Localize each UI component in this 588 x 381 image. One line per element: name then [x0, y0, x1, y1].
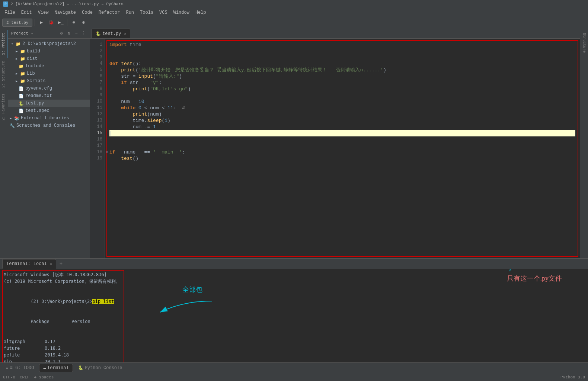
tree-pyvenv[interactable]: 📄 pyvenv.cfg — [8, 85, 90, 92]
toolbar-breadcrumb[interactable]: 2 test.py — [2, 19, 32, 27]
term-col-headers: PackageVersion — [4, 311, 123, 332]
menu-help[interactable]: Help — [192, 9, 209, 16]
toolbar-sep2 — [67, 19, 67, 26]
run-coverage-button[interactable]: ▶̲ — [57, 19, 65, 27]
menu-window[interactable]: Window — [170, 9, 192, 16]
status-python: Python 3.8 — [560, 375, 585, 380]
code-line-3 — [109, 54, 575, 61]
code-line-5: print('统计即将开始，您是否准备妥当？ 妥当请输入y,然后按下回车键,静静… — [109, 67, 575, 73]
sidebar: Project ▾ ⚙ ⇅ − ⋮ ▾ 📁 2 D:\Work\projects… — [8, 28, 90, 258]
code-content[interactable]: import time def test(): print('统计即将开始，您是… — [105, 39, 580, 258]
code-line-9 — [109, 92, 575, 99]
line-num-12: 12 — [90, 111, 102, 117]
run-button[interactable]: ▶ — [37, 19, 45, 27]
line-num-7: 7 — [90, 80, 102, 86]
bottom-tab-terminal-label: Terminal: — [6, 261, 31, 267]
sidebar-settings-icon[interactable]: ⋮ — [81, 30, 87, 36]
tree-pyvenv-label: pyvenv.cfg — [25, 86, 52, 91]
terminal-add-tab[interactable]: + — [57, 259, 65, 269]
tree-dist-label: dist — [27, 56, 38, 61]
line-num-2: 2 — [90, 48, 102, 54]
tab-close-icon[interactable]: ✕ — [124, 32, 126, 36]
tree-build[interactable]: ▶ 📁 build — [8, 48, 90, 55]
settings-button[interactable]: ⚙ — [79, 19, 87, 27]
bottom-left-tabs: ≡ ≡ 6: TODO ▬ Terminal 🐍 Python Console — [0, 362, 588, 373]
line-num-19: 19 — [90, 155, 102, 162]
line-num-16: 16 — [90, 136, 102, 143]
term-pip-command: (2) D:\Work\projects\2>pip list — [4, 291, 123, 311]
line-num-15: 15 — [90, 130, 102, 136]
python-console-tab-label: Python Console — [85, 365, 122, 371]
tree-testspec[interactable]: 📄 test.spec — [8, 107, 90, 114]
bl-tab-python-console[interactable]: 🐍 Python Console — [74, 364, 126, 372]
menu-code[interactable]: Code — [79, 9, 96, 16]
editor-tab-testpy[interactable]: 🐍 test.py ✕ — [92, 29, 130, 38]
terminal-left: Microsoft Windows [版本 10.0.18362.836] (c… — [4, 271, 123, 360]
bottom-tabs: Terminal: Local ✕ + — [0, 259, 588, 269]
left-tab-project[interactable]: 1: Project — [0, 30, 7, 58]
annotation-packages: 全部包 — [182, 286, 202, 293]
tree-scripts[interactable]: ▶ 📁 Scripts — [8, 77, 90, 85]
main-layout: 1: Project 2: Structure 2: Favorites Pro… — [0, 28, 588, 362]
term-line-header: Microsoft Windows [版本 10.0.18362.836] — [4, 271, 123, 278]
line-num-5: 5 — [90, 67, 102, 73]
line-num-3: 3 — [90, 54, 102, 61]
code-line-14: num -= 1 — [109, 124, 575, 130]
tree-ext-libs[interactable]: ▶ 📚 External Libraries — [8, 114, 90, 122]
menu-view[interactable]: View — [35, 9, 52, 16]
left-tab-favorites[interactable]: 2: Favorites — [0, 91, 7, 123]
menu-edit[interactable]: Edit — [18, 9, 35, 16]
term-separator: ----------- -------- — [4, 332, 123, 338]
line-num-6: 6 — [90, 73, 102, 80]
sidebar-minus-icon[interactable]: − — [73, 30, 79, 36]
right-tab-structure[interactable]: Structure — [581, 30, 587, 56]
tree-lib[interactable]: ▶ 📁 Lib — [8, 70, 90, 77]
todo-icon: ≡ — [6, 366, 9, 370]
line-num-11: 11 — [90, 105, 102, 111]
sidebar-gear-icon[interactable]: ⚙ — [58, 30, 64, 36]
line-num-14: 14 — [90, 124, 102, 130]
code-line-18: if __name__ == '__main__': — [109, 149, 575, 155]
right-panel: Structure — [580, 28, 588, 258]
tree-include-label: Include — [25, 64, 44, 69]
terminal-content: Microsoft Windows [版本 10.0.18362.836] (c… — [0, 269, 588, 362]
menu-vcs[interactable]: VCS — [156, 9, 170, 16]
bl-tab-todo[interactable]: ≡ ≡ 6: TODO — [2, 364, 38, 372]
menu-tools[interactable]: Tools — [137, 9, 156, 16]
code-container[interactable]: ▶ 1 2 3 4 5 6 7 8 9 10 11 12 13 14 — [90, 39, 580, 258]
terminal-tab-close[interactable]: ✕ — [50, 262, 52, 266]
window-title: 2 [D:\Work\projects\2] – ...\test.py – P… — [10, 2, 124, 6]
bottom-panel: Terminal: Local ✕ + Microsoft Windows [版… — [0, 258, 588, 362]
tab-py-icon: 🐍 — [96, 31, 101, 36]
left-tab-structure[interactable]: 2: Structure — [0, 58, 7, 91]
tree-scratches[interactable]: 🔧 Scratches and Consoles — [8, 122, 90, 129]
python-console-icon: 🐍 — [78, 365, 83, 370]
tree-include[interactable]: 📁 Include — [8, 62, 90, 70]
code-line-15: | — [109, 130, 575, 136]
menu-file[interactable]: File — [1, 9, 18, 16]
line-num-9: 9 — [90, 92, 102, 99]
arrow-packages — [153, 294, 227, 323]
bottom-tab-terminal[interactable]: Terminal: Local ✕ — [2, 259, 56, 269]
terminal-tab-label: Terminal — [47, 365, 69, 371]
term-pkg-pip: pip20.1.1 — [4, 358, 123, 362]
status-indent: 4 spaces — [34, 375, 54, 380]
bl-tab-terminal[interactable]: ▬ Terminal — [39, 364, 73, 372]
line-num-1: 1 — [90, 42, 102, 48]
code-line-8: print("OK,let's go") — [109, 86, 575, 92]
tree-testpy[interactable]: 🐍 test.py — [8, 100, 90, 107]
git-button[interactable]: ⊕ — [70, 19, 78, 27]
tree-readme[interactable]: 📄 readme.txt — [8, 92, 90, 100]
menu-refactor[interactable]: Refactor — [96, 9, 123, 16]
tree-dist[interactable]: ▶ 📁 dist — [8, 55, 90, 62]
menu-navigate[interactable]: Navigate — [51, 9, 79, 16]
code-line-2 — [109, 48, 575, 54]
tree-root[interactable]: ▾ 📁 2 D:\Work\projects\2 — [8, 40, 90, 48]
sidebar-expand-icon[interactable]: ⇅ — [66, 30, 72, 36]
line-num-8: 8 — [90, 86, 102, 92]
line-num-4: 4 — [90, 61, 102, 67]
menu-run[interactable]: Run — [123, 9, 137, 16]
term-line-blank1 — [4, 285, 123, 291]
line-num-18: 18 — [90, 149, 102, 155]
debug-button[interactable]: 🐞 — [47, 19, 55, 27]
